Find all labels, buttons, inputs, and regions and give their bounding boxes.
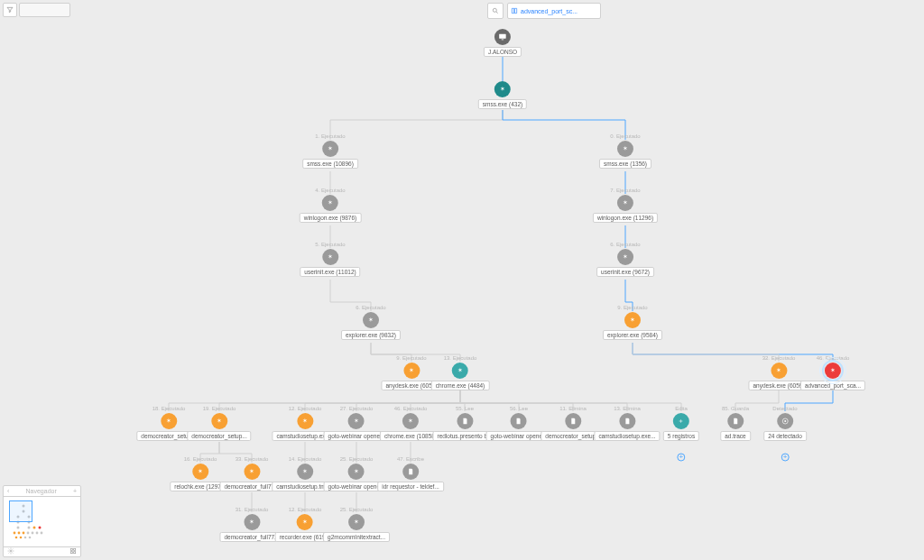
svg-point-31 [10, 550, 12, 552]
node-smss-10896[interactable]: 1. Ejecutado ✶ smss.exe (10896) [302, 133, 358, 169]
node-caption: 14. Ejecutado [289, 456, 322, 462]
node-caption: 6. Ejecutado [356, 305, 385, 310]
monitor-icon [494, 29, 511, 45]
node-caption: 55. Lee [456, 406, 474, 411]
svg-rect-35 [74, 552, 76, 554]
node-label: userinit.exe (11012) [300, 267, 360, 277]
svg-text:+: + [783, 453, 788, 461]
node-caption: 47. Escribe [397, 456, 424, 462]
star-icon: ✶ [617, 195, 633, 211]
node-caption: 6. Ejecutado [610, 242, 640, 247]
node-chrome-4484[interactable]: 13. Ejecutado ✶ chrome.exe (4484) [431, 355, 490, 390]
node-label: userinit.exe (9672) [596, 267, 654, 277]
svg-point-16 [17, 526, 20, 528]
node-caption: 18. Ejecutado [152, 406, 186, 411]
svg-point-28 [20, 536, 23, 538]
minimap-collapse[interactable]: ‹ [7, 488, 9, 494]
svg-point-7 [784, 420, 786, 422]
star-icon: ✶ [322, 249, 338, 265]
fit-button[interactable] [69, 547, 77, 555]
node-caption: 9. Ejecutado [396, 355, 426, 361]
node-label: 5 registros [663, 431, 699, 441]
node-camstudio-delete[interactable]: 13. Elimina camstudiosetup.exe... [594, 406, 660, 441]
node-winlogon-11296[interactable]: 7. Ejecutado ✶ winlogon.exe (11296) [593, 188, 658, 223]
star-icon: ✶ [211, 413, 227, 429]
star-icon: ✶ [244, 514, 260, 530]
document-icon [402, 464, 419, 480]
node-label: smss.exe (10896) [302, 159, 358, 169]
minimap-zoom-in[interactable]: + [73, 488, 77, 494]
node-userinit-11012[interactable]: 5. Ejecutado ✶ userinit.exe (11012) [300, 242, 360, 277]
node-caption: 27. Ejecutado [340, 406, 374, 411]
plus-icon: ＋ [673, 413, 689, 429]
star-icon: ✶ [402, 413, 419, 429]
node-smss-1356[interactable]: 0. Ejecutado ✶ smss.exe (1356) [599, 133, 651, 169]
node-label: camstudiosetup.exe... [594, 431, 660, 441]
node-idr-requestor[interactable]: 47. Escribe idr requestor - teldef... [377, 456, 444, 491]
node-registros[interactable]: Edita ＋ 5 registros + [663, 406, 699, 441]
node-label: winlogon.exe (9876) [300, 213, 362, 223]
document-icon [565, 413, 581, 429]
svg-point-17 [28, 526, 31, 528]
node-root[interactable]: J.ALONSO [484, 29, 522, 57]
node-caption: 19. Ejecutado [203, 406, 236, 411]
minimap-body[interactable] [4, 497, 80, 546]
node-caption: 33. Ejecutado [236, 456, 269, 462]
node-caption: 25. Ejecutado [340, 507, 374, 512]
minimap-footer [4, 546, 80, 557]
star-icon: ✶ [348, 413, 365, 429]
node-caption: 85. Guarda [722, 406, 749, 411]
settings-button[interactable] [7, 547, 14, 555]
node-label: smss.exe (432) [478, 99, 527, 109]
node-winlogon-9876[interactable]: 4. Ejecutado ✶ winlogon.exe (9876) [300, 188, 362, 223]
node-explorer-9832[interactable]: 6. Ejecutado ✶ explorer.exe (9832) [341, 305, 401, 340]
svg-rect-33 [74, 549, 76, 551]
minimap-viewport[interactable] [9, 500, 32, 522]
svg-rect-3 [502, 40, 504, 41]
node-caption: Detectado [772, 406, 797, 411]
svg-point-22 [23, 531, 25, 534]
svg-point-29 [24, 536, 27, 538]
node-caption: 9. Ejecutado [617, 305, 647, 310]
star-icon: ✶ [244, 464, 260, 480]
graph-links [0, 0, 924, 560]
minimap-title: Navegador [26, 488, 57, 494]
minimap-panel[interactable]: ‹ Navegador + [3, 485, 81, 557]
node-caption: Edita [675, 406, 688, 411]
graph-canvas[interactable]: J.ALONSO ✶ smss.exe (432) 1. Ejecutado ✶… [0, 0, 924, 560]
node-label: ad.trace [720, 431, 751, 441]
node-label: g2mcommInitextract... [323, 532, 390, 542]
svg-point-18 [33, 526, 36, 528]
node-caption: 1. Ejecutado [315, 133, 345, 139]
node-label: explorer.exe (9584) [603, 330, 662, 340]
expand-icon[interactable]: + [781, 453, 790, 462]
svg-rect-2 [499, 34, 506, 39]
node-caption: 0. Ejecutado [610, 133, 640, 139]
svg-point-20 [14, 531, 16, 534]
expand-icon[interactable]: + [677, 453, 686, 462]
document-icon [619, 413, 635, 429]
node-caption: 25. Ejecutado [340, 456, 374, 462]
node-democreator-setup-b[interactable]: 19. Ejecutado ✶ democreator_setup... [187, 406, 251, 441]
star-icon: ✶ [297, 514, 313, 530]
star-icon: ✶ [161, 413, 177, 429]
svg-point-26 [41, 531, 43, 534]
node-label: winlogon.exe (11296) [593, 213, 658, 223]
star-icon: ✶ [192, 464, 208, 480]
star-icon: ✶ [348, 464, 365, 480]
node-ad-trace[interactable]: 85. Guarda ad.trace [720, 406, 751, 441]
node-explorer-9584[interactable]: 9. Ejecutado ✶ explorer.exe (9584) [603, 305, 662, 340]
node-smss-432[interactable]: ✶ smss.exe (432) [478, 81, 527, 109]
node-g2mcomm[interactable]: 25. Ejecutado ✶ g2mcommInitextract... [323, 507, 390, 542]
node-advanced-port-scan[interactable]: 46. Ejecutado ✶ advanced_port_sca... [800, 355, 865, 390]
node-caption: 11. Elimina [559, 406, 587, 411]
node-detectado[interactable]: Detectado 24 detectado + [763, 406, 807, 441]
node-caption: 46. Ejecutado [394, 406, 428, 411]
node-userinit-9672[interactable]: 6. Ejecutado ✶ userinit.exe (9672) [596, 242, 654, 277]
star-icon: ✶ [617, 141, 633, 157]
svg-point-27 [15, 536, 18, 538]
node-caption: 7. Ejecutado [610, 188, 640, 193]
fit-icon [69, 547, 77, 555]
svg-point-19 [39, 526, 42, 528]
star-icon: ✶ [624, 312, 641, 328]
